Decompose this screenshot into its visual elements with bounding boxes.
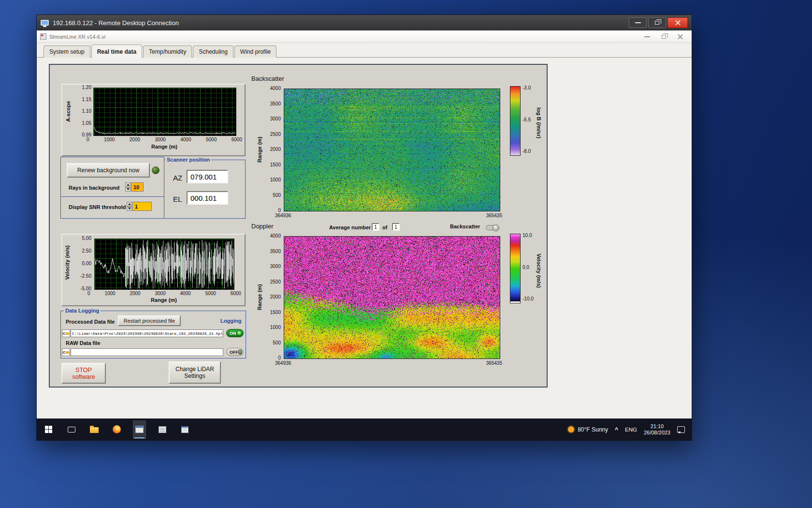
tick-label: 1000: [270, 177, 281, 182]
change-lidar-settings-button[interactable]: Change LiDAR Settings: [169, 361, 221, 384]
minimize-icon: [644, 36, 650, 37]
rays-value[interactable]: 10: [131, 182, 144, 192]
backscatter-y-axis: 40003500300025002000150010005000: [264, 86, 281, 213]
close-icon: [675, 20, 681, 26]
lidar-app-icon: [135, 426, 144, 433]
app-client-area: A-scope 1.201.151.101.050.99 01000200030…: [37, 58, 692, 418]
raw-logging-toggle[interactable]: OFF: [226, 348, 244, 356]
labview-app-icon: [40, 33, 46, 40]
tick-label: 4000: [180, 137, 191, 142]
clock-time: 21:10: [644, 423, 670, 430]
notes-taskbar-button[interactable]: [179, 421, 191, 438]
task-view-icon: [68, 427, 75, 433]
ascope-plot: [93, 88, 236, 136]
task-view-button[interactable]: [65, 421, 77, 438]
rdp-restore-button[interactable]: [648, 17, 666, 28]
tick-label: 1500: [270, 310, 281, 315]
ascope-x-axis: 0100020003000400050006000: [87, 137, 242, 142]
weather-widget[interactable]: 80°F Sunny: [568, 426, 608, 433]
tick-label: 2.50: [82, 248, 91, 254]
notification-center-icon[interactable]: [677, 426, 685, 433]
az-label: AZ: [173, 174, 182, 182]
lidar-app-taskbar-button[interactable]: [133, 421, 145, 438]
drive-letter: C: [63, 350, 66, 355]
backscatter-colorbar-label: log B (/m/sr): [535, 89, 543, 157]
tick-label: 2000: [270, 147, 281, 152]
rdp-minimize-button[interactable]: [629, 17, 647, 28]
tick-label: 1000: [104, 137, 115, 142]
notes-app-icon: [181, 426, 188, 433]
file-explorer-button[interactable]: [88, 421, 100, 438]
doppler-title: Doppler: [251, 223, 274, 230]
rdp-close-button[interactable]: [667, 17, 688, 28]
backscatter-toggle[interactable]: [486, 225, 499, 230]
tick-label: 4000: [270, 86, 281, 91]
on-led: [237, 330, 242, 336]
logging-label: Logging: [220, 318, 241, 324]
weather-text: 80°F Sunny: [578, 426, 608, 433]
snr-value[interactable]: 1: [132, 202, 152, 211]
background-led: [152, 166, 160, 174]
backscatter-colorbar: [510, 86, 521, 156]
app-close-button[interactable]: [672, 32, 688, 41]
renew-background-button[interactable]: Renew background now: [67, 163, 150, 178]
tab-temp-humidity[interactable]: Temp/humidity: [143, 45, 192, 58]
velocity-plot: [94, 239, 234, 290]
rdp-titlebar[interactable]: 192.168.0.122 - Remote Desktop Connectio…: [37, 15, 692, 30]
firefox-icon: [113, 425, 121, 433]
tick-label: 2500: [270, 279, 281, 284]
processed-drive-selector[interactable]: C: [62, 329, 70, 337]
el-value[interactable]: 000.101: [187, 191, 228, 205]
folder-icon: [66, 332, 69, 335]
drive-letter: C: [63, 331, 66, 336]
velocity-graph-group: Velocity (m/s) 5.002.500.00-2.50-5.00 01…: [61, 234, 246, 306]
raw-drive-selector[interactable]: C: [62, 348, 70, 356]
sun-icon: [568, 426, 574, 433]
tick-label: 6000: [232, 137, 242, 142]
snr-spinner[interactable]: [127, 202, 132, 211]
rays-spinner[interactable]: [125, 182, 130, 192]
scanner-position-title: Scanner position: [165, 156, 211, 163]
of-label: of: [382, 224, 387, 230]
firefox-button[interactable]: [111, 421, 123, 438]
tick-label: 0: [87, 137, 89, 142]
app-restore-button[interactable]: [655, 32, 672, 41]
tick-label: -8.0: [522, 149, 531, 154]
average-number-value[interactable]: 1: [372, 223, 379, 231]
data-logging-title: Data Logging: [64, 307, 101, 314]
app-titlebar[interactable]: StreamLine XR v14-6.vi: [37, 30, 692, 43]
tab-real-time-data[interactable]: Real time data: [91, 45, 142, 58]
taskbar: 80°F Sunny ^ ENG 21:10 26/08/2023: [37, 418, 692, 440]
backscatter-y-axis-label: Range (m): [256, 89, 263, 210]
tab-scheduling[interactable]: Scheduling: [193, 45, 233, 58]
raw-path-field[interactable]: [71, 348, 223, 356]
minimize-icon: [635, 22, 641, 23]
doppler-x-start: 364936: [275, 360, 291, 366]
tick-label: 1000: [104, 291, 115, 296]
tick-label: 2000: [130, 291, 140, 296]
taskbar-clock[interactable]: 21:10 26/08/2023: [644, 423, 670, 436]
processed-logging-toggle[interactable]: ON: [226, 329, 244, 337]
average-number-label: Average number: [329, 224, 371, 230]
remote-screen: StreamLine XR v14-6.vi System setup Real…: [37, 30, 692, 418]
off-label: OFF: [230, 350, 238, 355]
tab-system-setup[interactable]: System setup: [44, 45, 90, 58]
tray-chevron-icon[interactable]: ^: [615, 426, 618, 433]
average-count-value[interactable]: 1: [392, 223, 400, 231]
tab-wind-profile[interactable]: Wind profile: [234, 45, 276, 58]
stop-software-button[interactable]: STOP software: [61, 363, 106, 384]
stop-line1: STOP: [75, 367, 92, 374]
language-indicator[interactable]: ENG: [625, 427, 637, 433]
main-panel: A-scope 1.201.151.101.050.99 01000200030…: [49, 64, 548, 388]
tick-label: 500: [273, 193, 281, 198]
tick-label: 4000: [180, 291, 191, 296]
rays-in-background-label: Rays in background: [69, 185, 119, 191]
tick-label: 500: [273, 340, 281, 345]
processed-path-field[interactable]: C:\Lidar\Data\Proc\2023\202308\20230826\…: [71, 329, 223, 337]
scan-scheduler-taskbar-button[interactable]: [156, 421, 168, 438]
restart-processed-file-button[interactable]: Restart processed file: [118, 315, 181, 326]
app-minimize-button[interactable]: [639, 32, 655, 41]
az-value[interactable]: 079.001: [187, 170, 228, 183]
start-button[interactable]: [43, 421, 55, 438]
tick-label: 0.00: [82, 261, 91, 266]
